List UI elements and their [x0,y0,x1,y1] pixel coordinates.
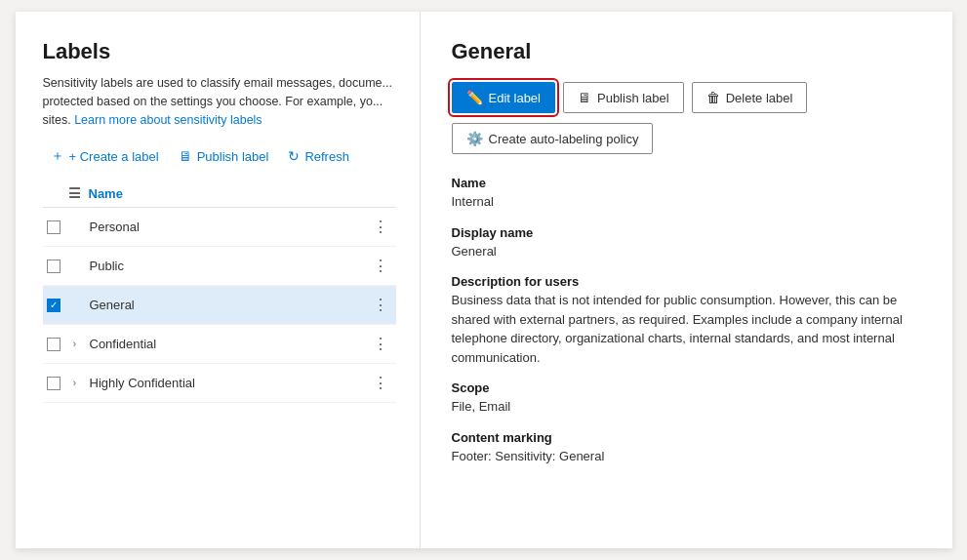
table-row[interactable]: › Confidential ⋮ [43,325,396,364]
name-detail-value: Internal [452,192,921,212]
highly-confidential-chevron: › [68,378,82,388]
content-marking-detail-label: Content marking [452,430,921,445]
table-row[interactable]: › Highly Confidential ⋮ [43,364,396,403]
public-label: Public [90,259,361,273]
confidential-label: Confidential [90,337,361,351]
create-auto-labeling-button[interactable]: ⚙️ Create auto-labeling policy [452,123,654,154]
edit-label-button[interactable]: ✏️ Edit label [452,82,555,113]
sort-icon: ☰ [68,185,81,201]
publish-label-icon: 🖥 [578,90,591,105]
content-marking-detail-value: Footer: Sensitivity: General [452,447,921,466]
highly-confidential-label: Highly Confidential [90,376,361,390]
display-name-detail-label: Display name [452,225,921,240]
scope-detail-label: Scope [452,380,921,395]
highly-confidential-checkbox[interactable] [47,377,60,390]
detail-description-section: Description for users Business data that… [452,274,921,367]
delete-label-button[interactable]: 🗑 Delete label [692,82,808,113]
description-detail-value: Business data that is not intended for p… [452,291,921,367]
create-label-button[interactable]: ＋ + Create a label [43,142,167,170]
publish-label-toolbar-button[interactable]: 🖥 Publish label [171,143,277,169]
auto-label-icon: ⚙️ [466,131,483,146]
detail-name-section: Name Internal [452,176,921,212]
personal-label: Personal [90,220,361,234]
delete-icon: 🗑 [706,90,720,105]
confidential-menu-icon[interactable]: ⋮ [369,335,392,353]
toolbar: ＋ + Create a label 🖥 Publish label ↻ Ref… [43,142,396,170]
publish-label-button[interactable]: 🖥 Publish label [563,82,684,113]
general-label: General [90,298,361,312]
public-checkbox[interactable] [47,260,60,273]
description-text: Sensitivity labels are used to classify … [43,74,396,129]
left-panel: Labels Sensitivity labels are used to cl… [16,12,421,548]
publish-icon: 🖥 [179,148,192,164]
personal-checkbox[interactable] [47,220,60,234]
general-menu-icon[interactable]: ⋮ [369,296,392,314]
general-checkbox[interactable] [47,299,60,312]
name-column-header: Name [89,186,123,201]
scope-detail-value: File, Email [452,397,921,417]
detail-scope-section: Scope File, Email [452,380,921,417]
learn-more-link[interactable]: Learn more about sensitivity labels [74,113,262,127]
refresh-button[interactable]: ↻ Refresh [280,143,357,169]
table-header: ☰ Name [43,180,396,208]
personal-menu-icon[interactable]: ⋮ [369,218,392,236]
refresh-icon: ↻ [288,148,300,164]
public-menu-icon[interactable]: ⋮ [369,257,392,275]
page-title: Labels [43,39,396,64]
plus-icon: ＋ [51,147,64,165]
table-row[interactable]: Public ⋮ [43,247,396,286]
right-panel: General ✏️ Edit label 🖥 Publish label 🗑 … [421,12,952,548]
action-bar: ✏️ Edit label 🖥 Publish label 🗑 Delete l… [452,82,921,113]
confidential-chevron: › [68,339,82,349]
description-detail-label: Description for users [452,274,921,289]
table-row[interactable]: Personal ⋮ [43,208,396,247]
table-row[interactable]: General ⋮ [43,286,396,325]
detail-display-name-section: Display name General [452,225,921,261]
detail-content-marking-section: Content marking Footer: Sensitivity: Gen… [452,430,921,466]
name-detail-label: Name [452,176,921,190]
detail-title: General [452,39,921,64]
display-name-detail-value: General [452,242,921,261]
edit-icon: ✏️ [466,90,483,105]
highly-confidential-menu-icon[interactable]: ⋮ [369,374,392,392]
confidential-checkbox[interactable] [47,338,60,351]
action-bar2: ⚙️ Create auto-labeling policy [452,123,921,154]
